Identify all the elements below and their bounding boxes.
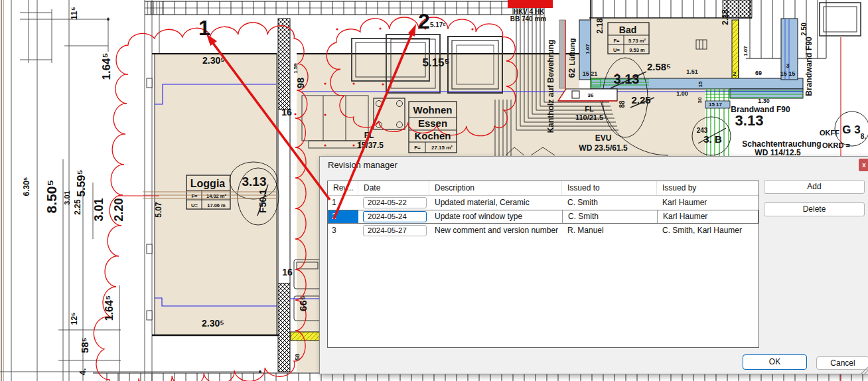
hkv-label: HKV 4 HK (514, 8, 545, 15)
dim-label: 2 (733, 70, 736, 77)
revision-table: Rev... Date Description Issued to Issued… (327, 181, 759, 348)
dim-label: 11⁵ (69, 7, 79, 20)
fl2-value: 110/21.5 (575, 114, 603, 121)
fl1-label: FL (364, 131, 374, 140)
bad-f-label: F= (614, 38, 620, 44)
dim-label: 1.00 (676, 90, 688, 97)
lueftung-label: Lüftung (568, 38, 576, 66)
dim-label: 2.18 (721, 9, 730, 25)
bad-f-value: 5.73 m² (628, 38, 646, 44)
dim-label: 1.30 (758, 98, 770, 104)
cell-rev[interactable]: 2 (328, 210, 358, 224)
cell-issued-to[interactable]: C. Smith (562, 210, 657, 224)
balloon-3b: 3. B (703, 133, 722, 145)
column-header-description[interactable]: Description (429, 181, 562, 195)
balloon-bad: 3.13 (614, 72, 640, 86)
dim-label: 2.25 (73, 199, 82, 215)
dim-label: 2.30⁵ (202, 318, 224, 329)
dim-label: 2.20 (112, 198, 125, 221)
dim-label: 4. (78, 368, 88, 376)
dim-label: 1.64⁵ (104, 295, 115, 321)
dim-label: 2.30⁵ (202, 55, 225, 66)
loggia-u-value: 17.06 m (207, 202, 226, 208)
dim-label: 2.18 (595, 18, 605, 34)
delete-button[interactable]: Delete (764, 202, 865, 216)
app-window: 1 2 11⁵ 1.64⁵ 6.30⁵ 8.50⁵ 3.01 2.25 5.59… (0, 0, 868, 381)
dim-label: 12⁵ (70, 313, 79, 325)
column-header-rev[interactable]: Rev... (328, 181, 358, 195)
dim-label: 15 17 (709, 102, 723, 108)
date-input[interactable]: 2024-05-22 (363, 197, 427, 208)
loggia-f-label: F= (192, 193, 198, 199)
schacht-label: Schachtentrauchung (742, 139, 821, 149)
fl1-value: 15/37.5 (357, 141, 384, 150)
okrd-label: OKRD = (822, 141, 850, 149)
dim-label: 98 (295, 78, 306, 89)
dim-label: 2.58⁵ (647, 61, 671, 72)
wohnen-f-value: 27.15 m² (431, 145, 453, 151)
add-button[interactable]: Add (764, 180, 865, 194)
close-icon[interactable]: x (859, 159, 868, 171)
evu-value: WD 23.5/61.5 (579, 143, 628, 153)
column-header-issued-by[interactable]: Issued by (657, 181, 759, 195)
cell-description[interactable]: Updated material, Ceramic (429, 196, 562, 210)
dim-label: 66⁵ (297, 295, 309, 311)
bad-u-value: 9.53 m (629, 47, 645, 53)
dim-label: 5.59⁵ (75, 169, 88, 196)
balloon-loggia: 3.13 (242, 175, 267, 189)
revision-manager-dialog: Revision manager x Rev... Date Descripti… (319, 156, 868, 374)
cell-rev[interactable]: 3 (328, 224, 358, 238)
dim-label: 15 15 (780, 70, 796, 77)
dim-label: 1.51 (686, 68, 698, 75)
dim-label: 3.01 (92, 198, 106, 221)
room-loggia: Loggia (190, 178, 226, 189)
dim-label: 36 (588, 92, 594, 98)
dim-label: 58⁵ (79, 337, 90, 353)
date-input-focused[interactable]: 2024-05-24 (363, 211, 427, 222)
f50-label: F50.1 (257, 189, 268, 213)
cell-issued-to[interactable]: C. Smith (562, 196, 657, 210)
dim-label: 1.07 (743, 46, 749, 56)
room-kochen: Kochen (414, 130, 451, 141)
dim-label: 2.25 (631, 94, 650, 106)
column-header-date[interactable]: Date (358, 181, 429, 195)
room-essen: Essen (418, 117, 447, 129)
dim-label: 15 21 (583, 70, 598, 77)
grid-bubble: G 3 (842, 123, 860, 136)
room-wohnen: Wohnen (413, 104, 453, 115)
revision-marker-2: 2 (418, 9, 430, 33)
revision-marker-1: 1 (198, 16, 210, 40)
cell-issued-to[interactable]: R. Manuel (562, 224, 657, 238)
cell-date: 2024-05-22 (358, 196, 429, 210)
cell-rev[interactable]: 1 (328, 196, 358, 210)
dim-label: 2.50 (800, 23, 808, 36)
resize-grip[interactable] (859, 366, 868, 374)
lueftung-62: 62 (567, 68, 577, 78)
cell-description[interactable]: New comment and version number (429, 224, 562, 238)
evu-label: EVU (595, 133, 612, 143)
dialog-title: Revision manager (328, 157, 398, 174)
cell-description[interactable]: Update roof window type (429, 210, 562, 224)
cell-issued-by[interactable]: C. Smith, Karl Haumer (657, 224, 759, 238)
dim-label: 5.17⁵ (430, 21, 446, 29)
dim-label: 88 (618, 100, 626, 108)
table-row[interactable]: 1 2024-05-22 Updated material, Ceramic C… (328, 196, 759, 210)
dim-label: 3.01 (63, 190, 71, 204)
cell-issued-by[interactable]: Karl Haumer (657, 210, 759, 224)
cell-issued-by[interactable]: Karl Haumer (657, 196, 759, 210)
loggia-f-value: 14.02 m² (206, 193, 227, 199)
wohnen-f-label: F= (414, 145, 421, 151)
cell-date: 2024-05-27 (358, 224, 429, 238)
okff-label: OKFF (820, 129, 839, 137)
table-row-selected[interactable]: 2 2024-05-24 Update roof window type C. … (328, 210, 759, 224)
ok-button[interactable]: OK (743, 354, 807, 370)
dim-label: 58 (294, 354, 301, 360)
kantholz-label: Kantholz auf Bewehrung (546, 40, 555, 133)
column-header-issued-to[interactable]: Issued to (562, 181, 657, 195)
balloon-right: 3.13 (735, 112, 764, 129)
table-row[interactable]: 3 2024-05-27 New comment and version num… (328, 224, 759, 238)
dim-label: 1.64⁵ (100, 52, 113, 80)
room-bad: Bad (619, 25, 636, 35)
bad-u-label: U= (613, 47, 620, 53)
date-input[interactable]: 2024-05-27 (363, 225, 427, 236)
